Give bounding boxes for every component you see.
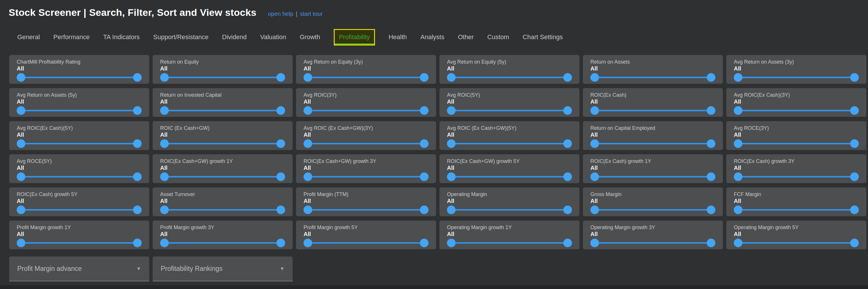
slider-track[interactable] (737, 243, 856, 244)
slider-handle-min[interactable] (17, 73, 25, 82)
slider-track[interactable] (737, 176, 856, 178)
slider-handle-max[interactable] (850, 172, 859, 181)
slider-track[interactable] (163, 77, 282, 78)
range-slider[interactable] (734, 73, 859, 82)
slider-handle-min[interactable] (447, 238, 456, 247)
slider-track[interactable] (306, 209, 426, 211)
slider-handle-max[interactable] (563, 172, 572, 181)
range-slider[interactable] (734, 139, 859, 148)
range-slider[interactable] (160, 106, 285, 115)
slider-handle-min[interactable] (734, 106, 742, 115)
slider-handle-min[interactable] (590, 139, 599, 148)
slider-handle-min[interactable] (590, 73, 599, 82)
slider-handle-max[interactable] (420, 238, 429, 247)
slider-handle-max[interactable] (276, 205, 285, 214)
slider-track[interactable] (163, 209, 282, 211)
dropdown-profit-margin-advance[interactable]: Profit Margin advance ▼ (9, 256, 149, 281)
slider-track[interactable] (737, 143, 856, 144)
slider-handle-min[interactable] (734, 139, 742, 148)
slider-handle-min[interactable] (160, 106, 169, 115)
range-slider[interactable] (304, 139, 429, 148)
slider-handle-max[interactable] (420, 73, 429, 82)
slider-handle-max[interactable] (707, 172, 715, 181)
range-slider[interactable] (590, 238, 715, 247)
slider-handle-max[interactable] (850, 238, 859, 247)
range-slider[interactable] (17, 106, 142, 115)
slider-handle-max[interactable] (850, 139, 859, 148)
slider-track[interactable] (306, 77, 426, 78)
slider-handle-max[interactable] (563, 73, 572, 82)
range-slider[interactable] (447, 73, 572, 82)
slider-handle-max[interactable] (707, 106, 715, 115)
range-slider[interactable] (590, 139, 715, 148)
slider-handle-max[interactable] (133, 73, 142, 82)
slider-handle-max[interactable] (563, 139, 572, 148)
slider-track[interactable] (306, 110, 426, 111)
tab-performance[interactable]: Performance (53, 33, 90, 41)
tab-valuation[interactable]: Valuation (260, 33, 286, 41)
slider-track[interactable] (450, 143, 569, 144)
range-slider[interactable] (447, 172, 572, 181)
slider-track[interactable] (450, 209, 569, 211)
slider-track[interactable] (737, 209, 856, 211)
slider-track[interactable] (20, 110, 139, 111)
slider-handle-min[interactable] (590, 172, 599, 181)
slider-track[interactable] (593, 143, 712, 144)
slider-track[interactable] (20, 243, 139, 244)
range-slider[interactable] (590, 172, 715, 181)
tab-custom[interactable]: Custom (487, 33, 509, 41)
tab-general[interactable]: General (17, 33, 40, 41)
slider-track[interactable] (593, 110, 712, 111)
slider-handle-min[interactable] (734, 238, 742, 247)
slider-handle-max[interactable] (563, 106, 572, 115)
range-slider[interactable] (734, 172, 859, 181)
tab-other[interactable]: Other (458, 33, 474, 41)
range-slider[interactable] (304, 172, 429, 181)
start-tour-link[interactable]: start tour (300, 11, 322, 17)
slider-handle-min[interactable] (17, 106, 25, 115)
slider-handle-max[interactable] (850, 205, 859, 214)
slider-handle-max[interactable] (420, 139, 429, 148)
slider-handle-max[interactable] (707, 139, 715, 148)
slider-handle-max[interactable] (276, 238, 285, 247)
slider-handle-min[interactable] (734, 172, 742, 181)
slider-track[interactable] (163, 176, 282, 178)
range-slider[interactable] (160, 73, 285, 82)
slider-handle-min[interactable] (590, 106, 599, 115)
slider-handle-max[interactable] (850, 73, 859, 82)
slider-handle-min[interactable] (304, 238, 312, 247)
range-slider[interactable] (17, 172, 142, 181)
range-slider[interactable] (304, 205, 429, 214)
tab-chart-settings[interactable]: Chart Settings (523, 33, 563, 41)
open-help-link[interactable]: open help (268, 11, 293, 17)
range-slider[interactable] (447, 205, 572, 214)
tab-support-resistance[interactable]: Support/Resistance (153, 33, 209, 41)
slider-track[interactable] (20, 77, 139, 78)
slider-handle-max[interactable] (707, 205, 715, 214)
slider-track[interactable] (20, 209, 139, 211)
slider-handle-min[interactable] (447, 106, 456, 115)
slider-handle-max[interactable] (133, 106, 142, 115)
slider-track[interactable] (593, 243, 712, 244)
tab-analysts[interactable]: Analysts (421, 33, 444, 41)
slider-track[interactable] (450, 176, 569, 178)
range-slider[interactable] (160, 205, 285, 214)
range-slider[interactable] (590, 106, 715, 115)
tab-profitability[interactable]: Profitability (334, 29, 375, 45)
slider-handle-min[interactable] (160, 205, 169, 214)
range-slider[interactable] (304, 238, 429, 247)
tab-ta-indicators[interactable]: TA Indicators (103, 33, 140, 41)
slider-handle-max[interactable] (133, 205, 142, 214)
slider-handle-max[interactable] (133, 172, 142, 181)
slider-handle-min[interactable] (17, 172, 25, 181)
slider-handle-max[interactable] (276, 139, 285, 148)
slider-handle-max[interactable] (707, 73, 715, 82)
range-slider[interactable] (17, 73, 142, 82)
slider-handle-min[interactable] (304, 139, 312, 148)
range-slider[interactable] (17, 238, 142, 247)
range-slider[interactable] (304, 73, 429, 82)
range-slider[interactable] (447, 139, 572, 148)
slider-handle-min[interactable] (160, 73, 169, 82)
slider-handle-min[interactable] (304, 172, 312, 181)
slider-track[interactable] (593, 209, 712, 211)
